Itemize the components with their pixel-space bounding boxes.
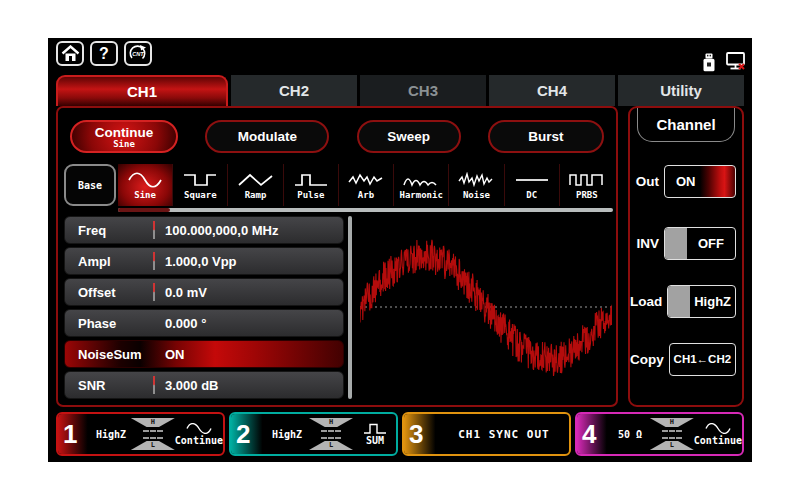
low-level-marker: L (650, 441, 694, 450)
param-row-noisesum[interactable]: NoiseSum ON (64, 340, 344, 368)
wave-tab-pulse[interactable]: Pulse (284, 164, 339, 206)
param-noisesum-label: NoiseSum (78, 347, 142, 362)
ch2-level-indicator: H L (308, 418, 354, 450)
wave-tab-dc[interactable]: DC (505, 164, 560, 206)
inv-toggle-slider (665, 228, 687, 259)
ch2-status-box[interactable]: 2 HighZ H L SUM (229, 412, 398, 456)
base-label: Base (78, 180, 102, 191)
square-icon (182, 172, 218, 188)
mode-sweep-button[interactable]: Sweep (357, 120, 461, 153)
device-screen: ? CNT (48, 38, 752, 462)
waveform-row-scrollbar[interactable] (118, 208, 613, 212)
mode-burst-label: Burst (528, 129, 563, 144)
tab-utility-label: Utility (660, 82, 702, 99)
param-snr-value: 3.000 dB (165, 378, 218, 393)
param-offset-divider (153, 283, 155, 301)
param-offset-label: Offset (78, 285, 116, 300)
channel-panel: Channel Out ON INV OFF Load HighZ (628, 106, 744, 407)
level-dash (321, 437, 341, 439)
mode-modulate-label: Modulate (238, 129, 297, 144)
counter-button[interactable]: CNT (124, 41, 152, 66)
wave-tab-noise[interactable]: Noise (449, 164, 504, 206)
wave-tab-ramp-label: Ramp (245, 190, 267, 200)
wave-tab-arb[interactable]: Arb (339, 164, 394, 206)
tab-ch3-label: CH3 (408, 82, 438, 99)
tab-ch2-label: CH2 (279, 82, 309, 99)
tab-utility[interactable]: Utility (618, 75, 744, 106)
wave-tab-ramp[interactable]: Ramp (228, 164, 283, 206)
load-label: Load (630, 294, 662, 309)
mode-continue-sublabel: Sine (113, 139, 135, 149)
inv-label: INV (636, 236, 659, 251)
toolbar: ? CNT (56, 41, 152, 66)
ch4-mode-label: Continue (694, 435, 742, 446)
level-dash (662, 437, 682, 439)
base-button[interactable]: Base (64, 164, 116, 206)
copy-value: CH1←CH2 (674, 353, 732, 365)
tab-ch3[interactable]: CH3 (360, 75, 486, 106)
home-icon (61, 45, 80, 62)
param-row-freq[interactable]: Freq 100.000,000,0 MHz (64, 216, 344, 244)
ch1-status-box[interactable]: 1 HighZ H L Continue (56, 412, 225, 456)
param-row-phase[interactable]: Phase 0.000 ° (64, 309, 344, 337)
ch3-status-box[interactable]: 3 CH1 SYNC OUT (402, 412, 571, 456)
inv-value: OFF (687, 236, 735, 251)
waveform-trace (360, 240, 612, 376)
home-button[interactable] (56, 41, 84, 66)
ramp-icon (238, 172, 274, 188)
param-row-snr[interactable]: SNR 3.000 dB (64, 371, 344, 399)
mode-continue-button[interactable]: Continue Sine (70, 120, 178, 153)
param-ampl-divider (153, 252, 155, 270)
mode-continue-label: Continue (95, 125, 154, 140)
wave-tab-sine-label: Sine (134, 190, 156, 200)
parameter-list: Freq 100.000,000,0 MHz Ampl 1.000,0 Vpp … (64, 216, 344, 402)
level-dash (662, 430, 682, 432)
channel-load-row: Load HighZ (630, 284, 742, 318)
param-row-offset[interactable]: Offset 0.0 mV (64, 278, 344, 306)
mode-row: Continue Sine Modulate Sweep Burst (58, 120, 616, 153)
wave-tab-square[interactable]: Square (173, 164, 228, 206)
inv-toggle-button[interactable]: OFF (664, 227, 736, 260)
ch1-impedance: HighZ (91, 429, 131, 440)
tab-ch1-label: CH1 (127, 83, 157, 100)
high-level-marker: H (309, 418, 353, 427)
param-freq-value: 100.000,000,0 MHz (165, 223, 278, 238)
wave-tab-square-label: Square (184, 190, 217, 200)
out-toggle-button[interactable]: ON (664, 165, 736, 198)
tab-ch2[interactable]: CH2 (231, 75, 357, 106)
ch4-number: 4 (577, 414, 610, 454)
wave-tab-prbs[interactable]: PRBS (560, 164, 614, 206)
ch1-mode-label: Continue (175, 435, 223, 446)
wave-tab-harmonic-label: Harmonic (400, 190, 443, 200)
tab-ch4-label: CH4 (537, 82, 567, 99)
waveform-plot (360, 216, 612, 399)
mode-burst-button[interactable]: Burst (488, 120, 604, 153)
mode-modulate-button[interactable]: Modulate (205, 120, 329, 153)
channel-panel-header: Channel (637, 108, 735, 142)
svg-text:CNT: CNT (132, 51, 144, 57)
param-ampl-value: 1.000,0 Vpp (165, 254, 237, 269)
tab-ch1[interactable]: CH1 (56, 75, 228, 106)
high-level-marker: H (650, 418, 694, 427)
page: ? CNT (0, 0, 800, 500)
parameter-scrollbar[interactable] (348, 216, 352, 399)
low-level-marker: L (131, 441, 175, 450)
pulse-icon (293, 172, 329, 188)
tab-ch4[interactable]: CH4 (489, 75, 615, 106)
ch4-level-indicator: H L (650, 418, 694, 450)
param-row-ampl[interactable]: Ampl 1.000,0 Vpp (64, 247, 344, 275)
wave-tab-harmonic[interactable]: Harmonic (394, 164, 449, 206)
channel-out-row: Out ON (630, 164, 742, 198)
ch4-status-box[interactable]: 4 50 Ω H L Continue (575, 412, 744, 456)
wave-tab-arb-label: Arb (358, 190, 374, 200)
ch2-mode-label: SUM (366, 435, 384, 446)
param-ampl-label: Ampl (78, 254, 111, 269)
load-toggle-button[interactable]: HighZ (667, 285, 736, 318)
copy-button[interactable]: CH1←CH2 (669, 343, 736, 376)
display-disconnected-icon (720, 52, 746, 72)
ch2-impedance: HighZ (266, 429, 308, 440)
ch4-mode: Continue (694, 423, 742, 446)
help-button[interactable]: ? (90, 41, 118, 66)
level-dash (143, 430, 163, 432)
wave-tab-sine[interactable]: Sine (118, 164, 173, 206)
